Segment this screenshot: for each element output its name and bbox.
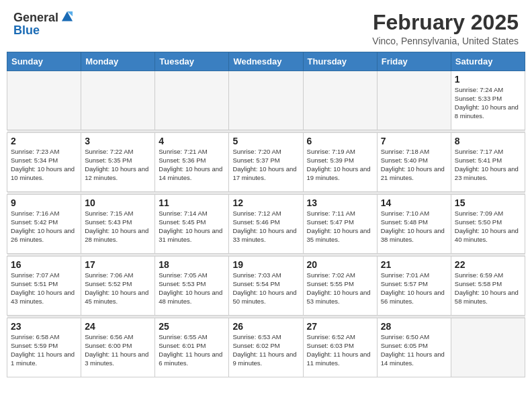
day-number: 25 [159, 321, 225, 332]
day-number: 28 [381, 321, 447, 332]
day-info: Sunrise: 6:52 AM Sunset: 6:03 PM Dayligh… [307, 333, 373, 367]
day-info: Sunrise: 6:55 AM Sunset: 6:01 PM Dayligh… [159, 333, 225, 367]
day-number: 26 [232, 321, 299, 332]
day-number: 14 [381, 197, 447, 208]
day-info: Sunrise: 7:02 AM Sunset: 5:55 PM Dayligh… [307, 271, 373, 306]
day-cell-11: 11Sunrise: 7:14 AM Sunset: 5:45 PM Dayli… [155, 195, 229, 254]
day-info: Sunrise: 7:21 AM Sunset: 5:36 PM Dayligh… [159, 148, 225, 182]
day-info: Sunrise: 7:05 AM Sunset: 5:53 PM Dayligh… [159, 271, 225, 306]
logo-general: General [13, 11, 58, 24]
day-info: Sunrise: 7:01 AM Sunset: 5:57 PM Dayligh… [381, 271, 447, 306]
day-info: Sunrise: 6:58 AM Sunset: 5:59 PM Dayligh… [11, 333, 77, 367]
day-number: 6 [307, 136, 373, 146]
day-info: Sunrise: 7:07 AM Sunset: 5:51 PM Dayligh… [11, 271, 77, 306]
day-cell-27: 27Sunrise: 6:52 AM Sunset: 6:03 PM Dayli… [303, 318, 377, 377]
day-info: Sunrise: 7:03 AM Sunset: 5:54 PM Dayligh… [232, 271, 299, 306]
day-number: 7 [381, 136, 447, 146]
day-header-thursday: Thursday [303, 52, 377, 71]
day-cell-9: 9Sunrise: 7:16 AM Sunset: 5:42 PM Daylig… [7, 195, 81, 254]
day-number: 10 [85, 197, 151, 208]
day-info: Sunrise: 6:59 AM Sunset: 5:58 PM Dayligh… [455, 271, 521, 306]
day-info: Sunrise: 7:12 AM Sunset: 5:46 PM Dayligh… [232, 210, 299, 244]
day-info: Sunrise: 7:10 AM Sunset: 5:48 PM Dayligh… [381, 210, 447, 244]
empty-cell [229, 71, 303, 130]
day-cell-6: 6Sunrise: 7:19 AM Sunset: 5:39 PM Daylig… [303, 133, 377, 192]
day-info: Sunrise: 7:19 AM Sunset: 5:39 PM Dayligh… [307, 148, 373, 182]
day-number: 19 [232, 259, 299, 270]
week-row-2: 2Sunrise: 7:23 AM Sunset: 5:34 PM Daylig… [7, 133, 525, 192]
day-header-tuesday: Tuesday [155, 52, 229, 71]
day-number: 24 [85, 321, 151, 332]
day-cell-4: 4Sunrise: 7:21 AM Sunset: 5:36 PM Daylig… [155, 133, 229, 192]
title-area: February 2025 Vinco, Pennsylvania, Unite… [372, 11, 519, 46]
day-info: Sunrise: 7:11 AM Sunset: 5:47 PM Dayligh… [307, 210, 373, 244]
calendar: SundayMondayTuesdayWednesdayThursdayFrid… [0, 52, 532, 411]
day-cell-17: 17Sunrise: 7:06 AM Sunset: 5:52 PM Dayli… [81, 257, 155, 316]
day-cell-12: 12Sunrise: 7:12 AM Sunset: 5:46 PM Dayli… [229, 195, 303, 254]
empty-cell [81, 71, 155, 130]
day-number: 9 [11, 197, 77, 208]
header-row: SundayMondayTuesdayWednesdayThursdayFrid… [7, 52, 525, 71]
day-number: 17 [85, 259, 151, 270]
day-info: Sunrise: 6:53 AM Sunset: 6:02 PM Dayligh… [232, 333, 299, 367]
day-number: 15 [455, 197, 521, 208]
week-row-4: 16Sunrise: 7:07 AM Sunset: 5:51 PM Dayli… [7, 257, 525, 316]
day-info: Sunrise: 7:06 AM Sunset: 5:52 PM Dayligh… [85, 271, 151, 306]
day-cell-26: 26Sunrise: 6:53 AM Sunset: 6:02 PM Dayli… [229, 318, 303, 377]
day-cell-22: 22Sunrise: 6:59 AM Sunset: 5:58 PM Dayli… [451, 257, 525, 316]
week-row-3: 9Sunrise: 7:16 AM Sunset: 5:42 PM Daylig… [7, 195, 525, 254]
day-cell-15: 15Sunrise: 7:09 AM Sunset: 5:50 PM Dayli… [451, 195, 525, 254]
header: General Blue February 2025 Vinco, Pennsy… [0, 0, 532, 52]
day-cell-3: 3Sunrise: 7:22 AM Sunset: 5:35 PM Daylig… [81, 133, 155, 192]
day-cell-2: 2Sunrise: 7:23 AM Sunset: 5:34 PM Daylig… [7, 133, 81, 192]
empty-cell [303, 71, 377, 130]
day-cell-19: 19Sunrise: 7:03 AM Sunset: 5:54 PM Dayli… [229, 257, 303, 316]
day-info: Sunrise: 6:50 AM Sunset: 6:05 PM Dayligh… [381, 333, 447, 367]
day-info: Sunrise: 7:17 AM Sunset: 5:41 PM Dayligh… [455, 148, 521, 182]
day-number: 18 [159, 259, 225, 270]
subtitle: Vinco, Pennsylvania, United States [372, 36, 519, 46]
empty-cell [451, 318, 525, 377]
day-number: 2 [11, 136, 77, 146]
day-cell-14: 14Sunrise: 7:10 AM Sunset: 5:48 PM Dayli… [377, 195, 451, 254]
day-number: 21 [381, 259, 447, 270]
day-info: Sunrise: 7:18 AM Sunset: 5:40 PM Dayligh… [381, 148, 447, 182]
day-cell-13: 13Sunrise: 7:11 AM Sunset: 5:47 PM Dayli… [303, 195, 377, 254]
empty-cell [7, 71, 81, 130]
day-info: Sunrise: 7:09 AM Sunset: 5:50 PM Dayligh… [455, 210, 521, 244]
day-info: Sunrise: 7:14 AM Sunset: 5:45 PM Dayligh… [159, 210, 225, 244]
week-row-1: 1Sunrise: 7:24 AM Sunset: 5:33 PM Daylig… [7, 71, 525, 130]
day-cell-24: 24Sunrise: 6:56 AM Sunset: 6:00 PM Dayli… [81, 318, 155, 377]
week-row-5: 23Sunrise: 6:58 AM Sunset: 5:59 PM Dayli… [7, 318, 525, 377]
day-number: 4 [159, 136, 225, 146]
day-header-wednesday: Wednesday [229, 52, 303, 71]
day-cell-23: 23Sunrise: 6:58 AM Sunset: 5:59 PM Dayli… [7, 318, 81, 377]
day-cell-5: 5Sunrise: 7:20 AM Sunset: 5:37 PM Daylig… [229, 133, 303, 192]
day-number: 11 [159, 197, 225, 208]
empty-cell [377, 71, 451, 130]
day-info: Sunrise: 7:16 AM Sunset: 5:42 PM Dayligh… [11, 210, 77, 244]
day-number: 8 [455, 136, 521, 146]
day-cell-10: 10Sunrise: 7:15 AM Sunset: 5:43 PM Dayli… [81, 195, 155, 254]
day-number: 1 [455, 74, 521, 85]
day-cell-16: 16Sunrise: 7:07 AM Sunset: 5:51 PM Dayli… [7, 257, 81, 316]
day-cell-20: 20Sunrise: 7:02 AM Sunset: 5:55 PM Dayli… [303, 257, 377, 316]
day-header-sunday: Sunday [7, 52, 81, 71]
day-header-friday: Friday [377, 52, 451, 71]
page: General Blue February 2025 Vinco, Pennsy… [0, 0, 532, 411]
day-number: 16 [11, 259, 77, 270]
day-cell-21: 21Sunrise: 7:01 AM Sunset: 5:57 PM Dayli… [377, 257, 451, 316]
logo-area: General Blue [13, 11, 75, 36]
day-info: Sunrise: 7:22 AM Sunset: 5:35 PM Dayligh… [85, 148, 151, 182]
day-info: Sunrise: 7:23 AM Sunset: 5:34 PM Dayligh… [11, 148, 77, 182]
day-info: Sunrise: 7:15 AM Sunset: 5:43 PM Dayligh… [85, 210, 151, 244]
day-cell-28: 28Sunrise: 6:50 AM Sunset: 6:05 PM Dayli… [377, 318, 451, 377]
day-number: 27 [307, 321, 373, 332]
calendar-table: SundayMondayTuesdayWednesdayThursdayFrid… [7, 52, 525, 377]
logo-icon [60, 9, 75, 24]
day-cell-1: 1Sunrise: 7:24 AM Sunset: 5:33 PM Daylig… [451, 71, 525, 130]
day-cell-7: 7Sunrise: 7:18 AM Sunset: 5:40 PM Daylig… [377, 133, 451, 192]
day-number: 3 [85, 136, 151, 146]
day-cell-8: 8Sunrise: 7:17 AM Sunset: 5:41 PM Daylig… [451, 133, 525, 192]
logo-text: General Blue [13, 11, 75, 36]
